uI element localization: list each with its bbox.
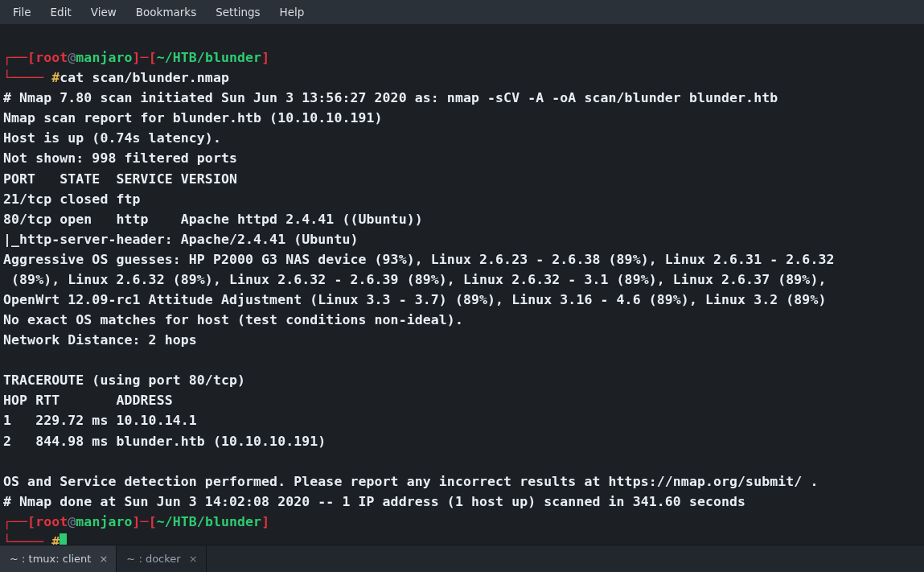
prompt-hash: # (51, 70, 60, 85)
output-line: Host is up (0.74s latency). (3, 130, 221, 146)
output-line: OS and Service detection performed. Plea… (3, 474, 818, 489)
prompt-close: ] (261, 50, 269, 65)
output-line: TRACEROUTE (using port 80/tcp) (3, 372, 245, 388)
prompt-bottom: └──── (3, 70, 51, 85)
prompt-host: manjaro (76, 514, 132, 529)
output-line: No exact OS matches for host (test condi… (3, 312, 463, 327)
prompt-user: root (35, 514, 68, 529)
menu-settings[interactable]: Settings (206, 0, 269, 24)
output-line: 1 229.72 ms 10.10.14.1 (3, 413, 197, 428)
prompt-at: @ (68, 50, 76, 65)
close-icon[interactable]: × (99, 553, 108, 565)
tab-label: ~ : tmux: client (10, 553, 91, 565)
prompt-cwd: ~/HTB/blunder (157, 50, 261, 65)
output-line: (89%), Linux 2.6.32 (89%), Linux 2.6.32 … (3, 272, 826, 287)
tab-docker[interactable]: ~ : docker × (117, 545, 206, 572)
output-line: Network Distance: 2 hops (3, 332, 197, 348)
close-icon[interactable]: × (189, 553, 198, 565)
output-line: Nmap scan report for blunder.htb (10.10.… (3, 110, 383, 126)
output-line: 21/tcp closed ftp (3, 191, 141, 207)
menu-view[interactable]: View (81, 0, 126, 24)
prompt-at: @ (68, 514, 76, 529)
output-line: # Nmap 7.80 scan initiated Sun Jun 3 13:… (3, 90, 778, 105)
prompt-host: manjaro (76, 50, 132, 65)
prompt-user: root (35, 50, 68, 65)
prompt-corner: ┌──[ (3, 514, 35, 529)
tab-tmux-client[interactable]: ~ : tmux: client × (0, 545, 117, 572)
output-line: PORT STATE SERVICE VERSION (3, 171, 237, 187)
prompt-cwd: ~/HTB/blunder (157, 514, 261, 529)
menu-bookmarks[interactable]: Bookmarks (126, 0, 206, 24)
command-text: cat scan/blunder.nmap (60, 70, 229, 85)
prompt-corner: ┌──[ (3, 50, 35, 65)
output-line: HOP RTT ADDRESS (3, 393, 173, 408)
output-line: OpenWrt 12.09-rc1 Attitude Adjustment (L… (3, 292, 826, 307)
tab-label: ~ : docker (126, 553, 180, 565)
terminal-output[interactable]: ┌──[root@manjaro]─[~/HTB/blunder] └──── … (0, 24, 924, 552)
menu-edit[interactable]: Edit (41, 0, 81, 24)
output-line: |_http-server-header: Apache/2.4.41 (Ubu… (3, 232, 359, 247)
output-line: Not shown: 998 filtered ports (3, 150, 237, 166)
output-line: # Nmap done at Sun Jun 3 14:02:08 2020 -… (3, 494, 745, 509)
output-line: 80/tcp open http Apache httpd 2.4.41 ((U… (3, 212, 423, 227)
tab-bar: ~ : tmux: client × ~ : docker × (0, 545, 924, 572)
output-line: Aggressive OS guesses: HP P2000 G3 NAS d… (3, 252, 834, 267)
menu-file[interactable]: File (3, 0, 41, 24)
menubar: File Edit View Bookmarks Settings Help (0, 0, 924, 24)
prompt-mid: ]─[ (133, 514, 157, 529)
menu-help[interactable]: Help (270, 0, 314, 24)
prompt-close: ] (261, 514, 269, 529)
prompt-mid: ]─[ (133, 50, 157, 65)
output-line: 2 844.98 ms blunder.htb (10.10.10.191) (3, 434, 326, 449)
